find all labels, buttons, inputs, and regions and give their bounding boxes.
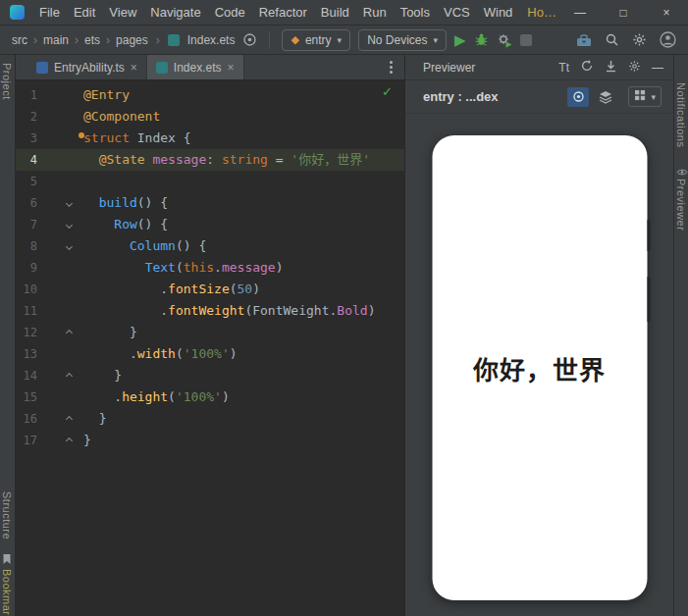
code-text: } <box>83 322 137 343</box>
code-line[interactable]: 6 build() { <box>16 192 404 214</box>
code-line[interactable]: 15 .height('100%') <box>16 386 404 408</box>
menu-file[interactable]: File <box>32 5 67 20</box>
refresh-icon[interactable] <box>580 59 594 76</box>
code-line[interactable]: 3struct Index { <box>16 128 404 149</box>
code-line[interactable]: 12 } <box>16 322 404 343</box>
menu-wind[interactable]: Wind <box>477 5 520 20</box>
breadcrumb-separator: › <box>33 33 37 47</box>
line-number: 15 <box>16 386 37 408</box>
fold-chevron-icon <box>66 242 73 249</box>
fold-marker-icon[interactable] <box>37 235 77 257</box>
breadcrumb-item[interactable]: pages <box>116 33 148 47</box>
menu-run[interactable]: Run <box>356 5 394 20</box>
editor[interactable]: 1@Entry2@Component3struct Index {4 @Stat… <box>16 80 404 616</box>
line-number: 4 <box>16 149 37 171</box>
minimize-button[interactable]: — <box>558 6 602 20</box>
tool-window-bookmarks[interactable]: Bookmarks <box>1 569 13 616</box>
code-line[interactable]: 5 <box>16 171 404 192</box>
breadcrumb-file[interactable]: Index.ets <box>187 33 236 47</box>
previewer-settings-icon[interactable] <box>628 60 641 76</box>
tab-close-icon[interactable]: × <box>131 61 137 75</box>
menu-vcs[interactable]: VCS <box>437 5 477 20</box>
previewer-strip-icon[interactable] <box>676 165 688 180</box>
preview-mode-icon[interactable] <box>567 87 589 107</box>
line-number: 7 <box>16 214 37 235</box>
tab-entryability-ts[interactable]: EntryAbility.ts× <box>27 55 147 79</box>
download-update-icon[interactable] <box>605 60 617 76</box>
bookmark-icon[interactable] <box>2 553 12 568</box>
code-line[interactable]: 14 } <box>16 365 404 386</box>
code-line[interactable]: 16 } <box>16 408 404 430</box>
settings-gear-icon[interactable] <box>632 32 647 47</box>
inspection-ok-icon[interactable]: ✓ <box>382 84 393 99</box>
locate-target-icon[interactable] <box>242 32 257 47</box>
menu-navigate[interactable]: Navigate <box>143 5 207 20</box>
fold-chevron-icon <box>66 329 73 335</box>
avatar[interactable] <box>660 31 676 48</box>
line-number: 10 <box>16 279 37 300</box>
breadcrumb-item[interactable]: src <box>12 33 27 47</box>
fold-gutter <box>37 171 77 192</box>
tab-index-ets[interactable]: Index.ets× <box>147 55 244 79</box>
code-line[interactable]: 4 @State message: string = '你好，世界' <box>16 149 404 171</box>
menu-build[interactable]: Build <box>314 5 356 20</box>
title-bar: FileEditViewNavigateCodeRefactorBuildRun… <box>0 0 688 26</box>
code-line[interactable]: 8 Column() { <box>16 235 404 257</box>
menu-view[interactable]: View <box>102 5 143 20</box>
toolbar-separator <box>269 31 270 49</box>
code-line[interactable]: 2@Component <box>16 106 404 128</box>
tool-window-project[interactable]: Project <box>1 63 13 100</box>
code-line[interactable]: 7 Row() { <box>16 214 404 235</box>
code-line[interactable]: 1@Entry <box>16 84 404 106</box>
search-icon[interactable] <box>605 32 619 47</box>
fold-gutter <box>37 300 77 322</box>
code-text: @Component <box>83 106 160 128</box>
debug-button[interactable] <box>474 32 489 47</box>
fold-marker-icon[interactable] <box>37 192 77 214</box>
code-text: Text(this.message) <box>83 257 284 279</box>
device-manager-icon[interactable] <box>576 33 592 47</box>
code-area: 1@Entry2@Component3struct Index {4 @Stat… <box>16 80 404 451</box>
maximize-button[interactable]: □ <box>602 6 645 20</box>
line-number: 5 <box>16 171 37 192</box>
code-text: Row() { <box>83 214 168 235</box>
fold-marker-icon[interactable] <box>37 365 77 386</box>
run-button[interactable]: ▶ <box>454 32 466 47</box>
tool-window-previewer[interactable]: Previewer <box>675 179 687 231</box>
line-number: 3 <box>16 128 37 149</box>
layout-grid-select[interactable]: ▾ <box>628 86 662 107</box>
stop-button[interactable] <box>520 34 532 46</box>
menu-edit[interactable]: Edit <box>67 5 102 20</box>
kebab-menu-icon[interactable] <box>388 59 395 76</box>
code-line[interactable]: 13 .width('100%') <box>16 343 404 365</box>
menu-code[interactable]: Code <box>208 5 252 20</box>
breadcrumb-item[interactable]: ets <box>84 33 100 47</box>
menu-refactor[interactable]: Refactor <box>252 5 314 20</box>
entry-component-gutter-icon[interactable] <box>79 132 84 138</box>
layers-icon[interactable] <box>595 87 616 107</box>
tool-window-notifications[interactable]: Notifications <box>675 82 687 147</box>
code-line[interactable]: 10 .fontSize(50) <box>16 279 404 300</box>
code-line[interactable]: 9 Text(this.message) <box>16 257 404 279</box>
close-button[interactable]: × <box>645 6 688 20</box>
fold-marker-icon[interactable] <box>37 214 77 235</box>
device-select[interactable]: No Devices ▾ <box>358 29 447 51</box>
fold-marker-icon[interactable] <box>37 322 77 343</box>
code-text: build() { <box>83 192 168 214</box>
tab-close-icon[interactable]: × <box>228 61 235 75</box>
line-number: 14 <box>16 365 37 386</box>
tool-window-structure[interactable]: Structure <box>1 491 13 539</box>
font-scale-icon[interactable]: Tt <box>558 61 569 75</box>
code-line[interactable]: 17} <box>16 430 404 451</box>
window-controls: — □ × <box>558 6 688 20</box>
fold-chevron-icon <box>66 436 73 443</box>
fold-marker-icon[interactable] <box>37 430 77 451</box>
menu-tools[interactable]: Tools <box>394 5 437 20</box>
run-config-select[interactable]: ◆ entry ▾ <box>282 29 350 51</box>
code-line[interactable]: 11 .fontWeight(FontWeight.Bold) <box>16 300 404 322</box>
fold-marker-icon[interactable] <box>37 408 77 430</box>
breadcrumb-item[interactable]: main <box>43 33 69 47</box>
hide-panel-icon[interactable]: — <box>652 61 663 75</box>
attach-profiler-button[interactable] <box>497 32 512 48</box>
fold-gutter <box>37 106 77 128</box>
